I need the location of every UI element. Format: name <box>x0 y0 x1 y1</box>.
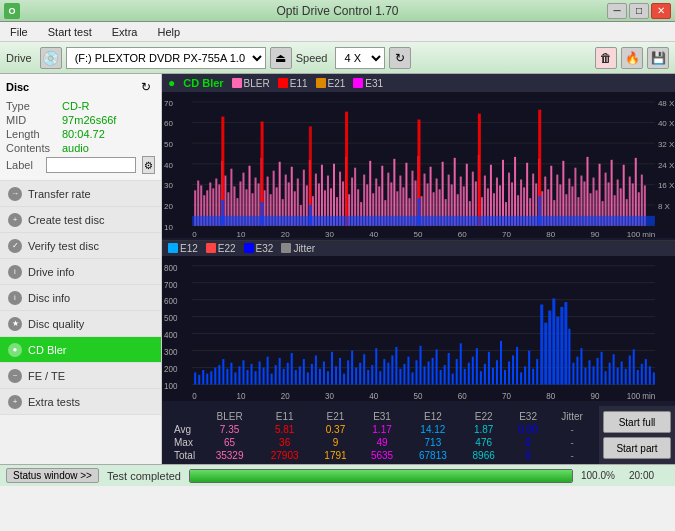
svg-rect-273 <box>403 363 405 384</box>
svg-rect-241 <box>275 365 277 384</box>
svg-rect-315 <box>572 362 574 384</box>
svg-rect-267 <box>379 371 381 384</box>
svg-rect-223 <box>202 369 204 384</box>
svg-text:20: 20 <box>281 390 290 401</box>
svg-rect-243 <box>283 368 285 384</box>
legend-e11: E11 <box>278 78 308 89</box>
disc-label-input[interactable] <box>46 157 136 173</box>
svg-rect-228 <box>222 359 224 384</box>
chart2-area: 800 700 600 500 400 300 200 100 0 10 20 … <box>162 256 675 402</box>
nav-fe-te[interactable]: ~ FE / TE <box>0 363 161 389</box>
row-label-avg: Avg <box>170 423 202 436</box>
disc-refresh-icon[interactable]: ↻ <box>137 78 155 96</box>
total-e22: 8966 <box>460 449 507 462</box>
chart1-svg: 70 60 50 40 30 20 10 48 X 40 X 32 X 24 X… <box>162 92 675 238</box>
svg-text:70: 70 <box>502 231 512 238</box>
chart2-svg: 800 700 600 500 400 300 200 100 0 10 20 … <box>162 256 675 402</box>
avg-e21: 0.37 <box>312 423 359 436</box>
disc-panel: Disc ↻ Type CD-R MID 97m26s66f Length 80… <box>0 74 161 181</box>
maximize-button[interactable]: □ <box>629 3 649 19</box>
progress-percent: 100.0% <box>581 470 621 481</box>
menu-help[interactable]: Help <box>151 24 186 40</box>
svg-rect-272 <box>399 368 401 384</box>
max-bler: 65 <box>202 436 257 449</box>
avg-bler: 7.35 <box>202 423 257 436</box>
svg-rect-294 <box>488 351 490 384</box>
burn-icon[interactable]: 🔥 <box>621 47 643 69</box>
menu-start-test[interactable]: Start test <box>42 24 98 40</box>
drive-label: Drive <box>6 52 32 64</box>
status-window-button[interactable]: Status window >> <box>6 468 99 483</box>
svg-rect-288 <box>464 368 466 384</box>
save-icon[interactable]: 💾 <box>647 47 669 69</box>
svg-rect-133 <box>502 160 504 226</box>
table-row-max: Max 65 36 9 49 713 476 0 - <box>170 436 595 449</box>
label-refresh-button[interactable]: ⚙ <box>142 156 155 174</box>
svg-rect-300 <box>512 355 514 384</box>
svg-rect-260 <box>351 350 353 384</box>
nav-transfer-rate[interactable]: → Transfer rate <box>0 181 161 207</box>
close-button[interactable]: ✕ <box>651 3 671 19</box>
max-e12: 713 <box>405 436 460 449</box>
legend-e12: E12 <box>168 243 198 254</box>
svg-rect-261 <box>355 367 357 384</box>
eject-icon[interactable]: ⏏ <box>270 47 292 69</box>
svg-text:32 X: 32 X <box>658 140 675 149</box>
svg-text:80: 80 <box>546 390 555 401</box>
table-row-avg: Avg 7.35 5.81 0.37 1.17 14.12 1.87 0.00 … <box>170 423 595 436</box>
speed-label: Speed <box>296 52 328 64</box>
type-label: Type <box>6 100 58 112</box>
svg-text:16 X: 16 X <box>658 181 675 190</box>
svg-rect-252 <box>319 368 321 384</box>
speed-select[interactable]: 4 X <box>335 47 385 69</box>
nav-disc-info[interactable]: i Disc info <box>0 285 161 311</box>
svg-rect-258 <box>343 373 345 384</box>
disc-panel-header: Disc ↻ <box>6 78 155 96</box>
refresh-icon[interactable]: ↻ <box>389 47 411 69</box>
menu-extra[interactable]: Extra <box>106 24 144 40</box>
svg-rect-224 <box>206 373 208 384</box>
start-full-button[interactable]: Start full <box>603 411 671 433</box>
nav-cd-bler[interactable]: ● CD Bler <box>0 337 161 363</box>
nav-verify-test-disc[interactable]: ✓ Verify test disc <box>0 233 161 259</box>
svg-text:48 X: 48 X <box>658 99 675 108</box>
svg-text:20: 20 <box>164 202 174 211</box>
nav-drive-info[interactable]: i Drive info <box>0 259 161 285</box>
svg-rect-247 <box>299 366 301 384</box>
svg-text:50: 50 <box>164 140 174 149</box>
start-part-button[interactable]: Start part <box>603 437 671 459</box>
status-bar: Status window >> Test completed 100.0% 2… <box>0 464 675 486</box>
svg-rect-249 <box>307 372 309 384</box>
svg-rect-304 <box>528 350 530 384</box>
svg-rect-321 <box>597 357 599 384</box>
menu-file[interactable]: File <box>4 24 34 40</box>
avg-e31: 1.17 <box>359 423 406 436</box>
col-header-e11: E11 <box>257 410 312 423</box>
svg-rect-281 <box>436 349 438 384</box>
minimize-button[interactable]: ─ <box>607 3 627 19</box>
svg-rect-191 <box>309 205 312 226</box>
erase-icon[interactable]: 🗑 <box>595 47 617 69</box>
chart2-header: E12 E22 E32 Jitter <box>162 241 675 256</box>
svg-text:800: 800 <box>164 261 177 272</box>
total-e32: 0 <box>507 449 549 462</box>
svg-rect-242 <box>279 357 281 384</box>
svg-text:700: 700 <box>164 278 177 289</box>
svg-text:10: 10 <box>236 390 245 401</box>
nav-create-test-disc[interactable]: + Create test disc <box>0 207 161 233</box>
svg-rect-286 <box>456 359 458 384</box>
col-header-e31: E31 <box>359 410 406 423</box>
svg-rect-284 <box>448 353 450 385</box>
svg-rect-314 <box>568 328 570 384</box>
svg-rect-297 <box>500 340 502 384</box>
nav-disc-quality[interactable]: ★ Disc quality <box>0 311 161 337</box>
col-header-bler: BLER <box>202 410 257 423</box>
svg-rect-334 <box>649 366 651 384</box>
nav-extra-tests[interactable]: + Extra tests <box>0 389 161 415</box>
svg-rect-227 <box>218 365 220 384</box>
svg-text:60: 60 <box>458 231 468 238</box>
legend-e32: E32 <box>244 243 274 254</box>
svg-text:10: 10 <box>236 231 246 238</box>
svg-rect-276 <box>415 360 417 384</box>
drive-select[interactable]: (F:) PLEXTOR DVDR PX-755A 1.08 <box>66 47 266 69</box>
